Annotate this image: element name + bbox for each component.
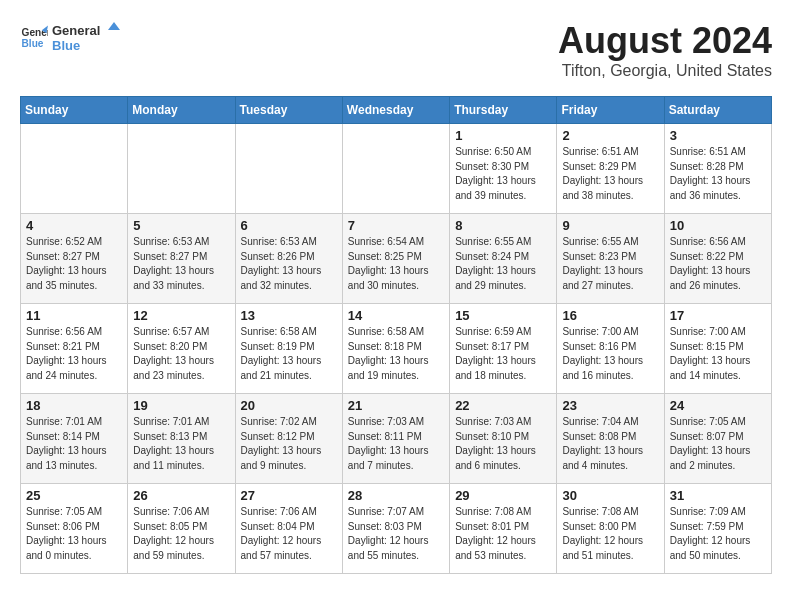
calendar-cell: 21Sunrise: 7:03 AM Sunset: 8:11 PM Dayli…: [342, 394, 449, 484]
day-info: Sunrise: 6:56 AM Sunset: 8:21 PM Dayligh…: [26, 325, 122, 383]
day-info: Sunrise: 6:55 AM Sunset: 8:24 PM Dayligh…: [455, 235, 551, 293]
day-number: 10: [670, 218, 766, 233]
calendar-cell: 1Sunrise: 6:50 AM Sunset: 8:30 PM Daylig…: [450, 124, 557, 214]
calendar-cell: 16Sunrise: 7:00 AM Sunset: 8:16 PM Dayli…: [557, 304, 664, 394]
svg-text:General: General: [52, 23, 100, 38]
day-number: 5: [133, 218, 229, 233]
day-number: 17: [670, 308, 766, 323]
calendar-cell: 2Sunrise: 6:51 AM Sunset: 8:29 PM Daylig…: [557, 124, 664, 214]
calendar-cell: 13Sunrise: 6:58 AM Sunset: 8:19 PM Dayli…: [235, 304, 342, 394]
calendar-cell: 14Sunrise: 6:58 AM Sunset: 8:18 PM Dayli…: [342, 304, 449, 394]
day-number: 8: [455, 218, 551, 233]
calendar-cell: 12Sunrise: 6:57 AM Sunset: 8:20 PM Dayli…: [128, 304, 235, 394]
header-day: Sunday: [21, 97, 128, 124]
logo-icon: General Blue: [20, 24, 48, 52]
day-number: 19: [133, 398, 229, 413]
header-row: SundayMondayTuesdayWednesdayThursdayFrid…: [21, 97, 772, 124]
day-number: 9: [562, 218, 658, 233]
day-number: 21: [348, 398, 444, 413]
day-number: 15: [455, 308, 551, 323]
day-number: 12: [133, 308, 229, 323]
page-title: August 2024: [558, 20, 772, 62]
day-info: Sunrise: 7:06 AM Sunset: 8:05 PM Dayligh…: [133, 505, 229, 563]
day-number: 1: [455, 128, 551, 143]
day-info: Sunrise: 6:56 AM Sunset: 8:22 PM Dayligh…: [670, 235, 766, 293]
day-number: 14: [348, 308, 444, 323]
calendar-cell: 24Sunrise: 7:05 AM Sunset: 8:07 PM Dayli…: [664, 394, 771, 484]
day-info: Sunrise: 6:55 AM Sunset: 8:23 PM Dayligh…: [562, 235, 658, 293]
calendar-cell: 6Sunrise: 6:53 AM Sunset: 8:26 PM Daylig…: [235, 214, 342, 304]
calendar-cell: 11Sunrise: 6:56 AM Sunset: 8:21 PM Dayli…: [21, 304, 128, 394]
day-info: Sunrise: 7:01 AM Sunset: 8:14 PM Dayligh…: [26, 415, 122, 473]
calendar-cell: 31Sunrise: 7:09 AM Sunset: 7:59 PM Dayli…: [664, 484, 771, 574]
day-info: Sunrise: 7:06 AM Sunset: 8:04 PM Dayligh…: [241, 505, 337, 563]
calendar-cell: 27Sunrise: 7:06 AM Sunset: 8:04 PM Dayli…: [235, 484, 342, 574]
calendar-cell: 15Sunrise: 6:59 AM Sunset: 8:17 PM Dayli…: [450, 304, 557, 394]
calendar-cell: 25Sunrise: 7:05 AM Sunset: 8:06 PM Dayli…: [21, 484, 128, 574]
day-info: Sunrise: 6:52 AM Sunset: 8:27 PM Dayligh…: [26, 235, 122, 293]
calendar-cell: [342, 124, 449, 214]
day-number: 13: [241, 308, 337, 323]
calendar-week-row: 25Sunrise: 7:05 AM Sunset: 8:06 PM Dayli…: [21, 484, 772, 574]
calendar-cell: 19Sunrise: 7:01 AM Sunset: 8:13 PM Dayli…: [128, 394, 235, 484]
calendar-cell: 29Sunrise: 7:08 AM Sunset: 8:01 PM Dayli…: [450, 484, 557, 574]
day-info: Sunrise: 7:08 AM Sunset: 8:01 PM Dayligh…: [455, 505, 551, 563]
day-number: 26: [133, 488, 229, 503]
day-info: Sunrise: 7:09 AM Sunset: 7:59 PM Dayligh…: [670, 505, 766, 563]
day-number: 25: [26, 488, 122, 503]
calendar-cell: 5Sunrise: 6:53 AM Sunset: 8:27 PM Daylig…: [128, 214, 235, 304]
day-info: Sunrise: 6:53 AM Sunset: 8:26 PM Dayligh…: [241, 235, 337, 293]
day-info: Sunrise: 7:07 AM Sunset: 8:03 PM Dayligh…: [348, 505, 444, 563]
calendar-cell: 4Sunrise: 6:52 AM Sunset: 8:27 PM Daylig…: [21, 214, 128, 304]
calendar-header: SundayMondayTuesdayWednesdayThursdayFrid…: [21, 97, 772, 124]
svg-text:Blue: Blue: [52, 38, 80, 53]
calendar-cell: 9Sunrise: 6:55 AM Sunset: 8:23 PM Daylig…: [557, 214, 664, 304]
header-day: Monday: [128, 97, 235, 124]
day-info: Sunrise: 7:05 AM Sunset: 8:06 PM Dayligh…: [26, 505, 122, 563]
calendar-cell: 17Sunrise: 7:00 AM Sunset: 8:15 PM Dayli…: [664, 304, 771, 394]
calendar-cell: [235, 124, 342, 214]
calendar-cell: [21, 124, 128, 214]
calendar-body: 1Sunrise: 6:50 AM Sunset: 8:30 PM Daylig…: [21, 124, 772, 574]
day-info: Sunrise: 6:51 AM Sunset: 8:29 PM Dayligh…: [562, 145, 658, 203]
calendar-cell: 3Sunrise: 6:51 AM Sunset: 8:28 PM Daylig…: [664, 124, 771, 214]
day-number: 23: [562, 398, 658, 413]
day-info: Sunrise: 6:58 AM Sunset: 8:19 PM Dayligh…: [241, 325, 337, 383]
page-subtitle: Tifton, Georgia, United States: [558, 62, 772, 80]
day-number: 30: [562, 488, 658, 503]
svg-text:Blue: Blue: [22, 38, 44, 49]
svg-marker-5: [108, 22, 120, 30]
day-info: Sunrise: 6:50 AM Sunset: 8:30 PM Dayligh…: [455, 145, 551, 203]
day-info: Sunrise: 7:00 AM Sunset: 8:16 PM Dayligh…: [562, 325, 658, 383]
calendar-cell: 10Sunrise: 6:56 AM Sunset: 8:22 PM Dayli…: [664, 214, 771, 304]
header-day: Saturday: [664, 97, 771, 124]
page-header: General Blue General Blue August 2024 Ti…: [20, 20, 772, 80]
header-day: Tuesday: [235, 97, 342, 124]
day-info: Sunrise: 6:53 AM Sunset: 8:27 PM Dayligh…: [133, 235, 229, 293]
header-day: Friday: [557, 97, 664, 124]
day-info: Sunrise: 7:05 AM Sunset: 8:07 PM Dayligh…: [670, 415, 766, 473]
calendar-cell: 8Sunrise: 6:55 AM Sunset: 8:24 PM Daylig…: [450, 214, 557, 304]
day-number: 16: [562, 308, 658, 323]
day-info: Sunrise: 7:04 AM Sunset: 8:08 PM Dayligh…: [562, 415, 658, 473]
calendar-cell: 7Sunrise: 6:54 AM Sunset: 8:25 PM Daylig…: [342, 214, 449, 304]
day-number: 31: [670, 488, 766, 503]
day-info: Sunrise: 7:02 AM Sunset: 8:12 PM Dayligh…: [241, 415, 337, 473]
day-number: 3: [670, 128, 766, 143]
day-info: Sunrise: 7:03 AM Sunset: 8:11 PM Dayligh…: [348, 415, 444, 473]
calendar-cell: 30Sunrise: 7:08 AM Sunset: 8:00 PM Dayli…: [557, 484, 664, 574]
day-number: 22: [455, 398, 551, 413]
calendar-table: SundayMondayTuesdayWednesdayThursdayFrid…: [20, 96, 772, 574]
calendar-week-row: 11Sunrise: 6:56 AM Sunset: 8:21 PM Dayli…: [21, 304, 772, 394]
day-number: 7: [348, 218, 444, 233]
day-info: Sunrise: 6:54 AM Sunset: 8:25 PM Dayligh…: [348, 235, 444, 293]
day-info: Sunrise: 7:03 AM Sunset: 8:10 PM Dayligh…: [455, 415, 551, 473]
day-number: 29: [455, 488, 551, 503]
day-info: Sunrise: 7:00 AM Sunset: 8:15 PM Dayligh…: [670, 325, 766, 383]
day-info: Sunrise: 6:59 AM Sunset: 8:17 PM Dayligh…: [455, 325, 551, 383]
header-day: Thursday: [450, 97, 557, 124]
day-number: 18: [26, 398, 122, 413]
calendar-cell: 26Sunrise: 7:06 AM Sunset: 8:05 PM Dayli…: [128, 484, 235, 574]
day-info: Sunrise: 7:08 AM Sunset: 8:00 PM Dayligh…: [562, 505, 658, 563]
day-number: 11: [26, 308, 122, 323]
